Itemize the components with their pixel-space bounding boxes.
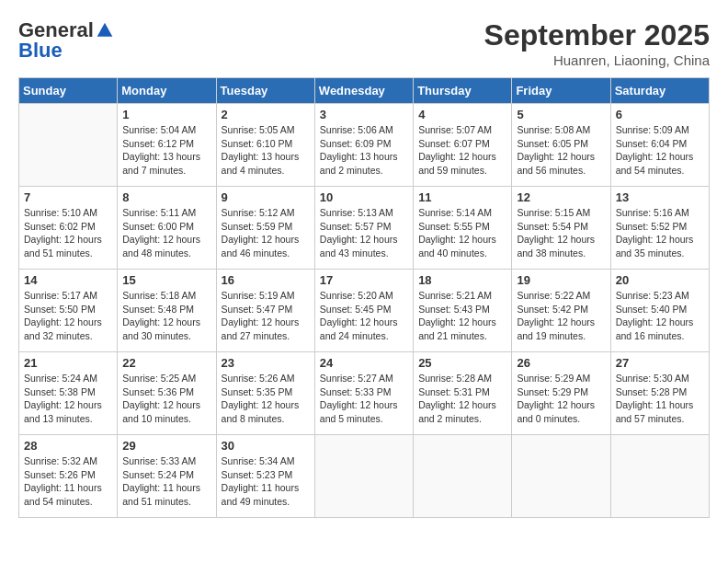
day-info: Sunrise: 5:11 AM Sunset: 6:00 PM Dayligh… — [122, 206, 210, 260]
weekday-header: Sunday — [19, 78, 118, 104]
calendar-body: 1Sunrise: 5:04 AM Sunset: 6:12 PM Daylig… — [19, 104, 710, 518]
calendar-cell: 3Sunrise: 5:06 AM Sunset: 6:09 PM Daylig… — [314, 104, 413, 187]
day-number: 3 — [320, 108, 408, 121]
weekday-header: Tuesday — [216, 78, 314, 104]
calendar-cell: 12Sunrise: 5:15 AM Sunset: 5:54 PM Dayli… — [512, 187, 610, 270]
day-info: Sunrise: 5:20 AM Sunset: 5:45 PM Dayligh… — [320, 289, 408, 343]
day-info: Sunrise: 5:07 AM Sunset: 6:07 PM Dayligh… — [418, 123, 506, 178]
day-info: Sunrise: 5:24 AM Sunset: 5:38 PM Dayligh… — [24, 372, 112, 426]
logo: General Blue — [18, 18, 114, 63]
day-info: Sunrise: 5:06 AM Sunset: 6:09 PM Dayligh… — [320, 123, 408, 178]
day-number: 1 — [122, 108, 210, 121]
logo-blue-text: Blue — [18, 39, 63, 63]
calendar-cell: 29Sunrise: 5:33 AM Sunset: 5:24 PM Dayli… — [118, 435, 216, 518]
day-info: Sunrise: 5:18 AM Sunset: 5:48 PM Dayligh… — [122, 289, 210, 343]
day-info: Sunrise: 5:27 AM Sunset: 5:33 PM Dayligh… — [320, 372, 408, 426]
day-number: 21 — [24, 356, 112, 370]
day-number: 13 — [616, 190, 704, 204]
day-number: 22 — [122, 356, 210, 370]
day-number: 12 — [517, 190, 605, 204]
day-info: Sunrise: 5:28 AM Sunset: 5:31 PM Dayligh… — [418, 372, 506, 426]
location: Huanren, Liaoning, China — [484, 52, 710, 68]
day-number: 26 — [517, 356, 605, 370]
day-number: 2 — [222, 108, 310, 121]
day-number: 30 — [222, 439, 310, 453]
calendar-header: SundayMondayTuesdayWednesdayThursdayFrid… — [19, 78, 710, 104]
title-block: September 2025 Huanren, Liaoning, China — [484, 18, 710, 68]
day-number: 15 — [122, 273, 210, 287]
day-number: 23 — [222, 356, 310, 370]
calendar-week-row: 7Sunrise: 5:10 AM Sunset: 6:02 PM Daylig… — [19, 187, 710, 270]
page-header: General Blue September 2025 Huanren, Lia… — [18, 18, 710, 68]
calendar-cell — [610, 435, 709, 518]
day-info: Sunrise: 5:23 AM Sunset: 5:40 PM Dayligh… — [616, 289, 704, 343]
day-number: 5 — [517, 108, 605, 121]
day-number: 9 — [222, 190, 310, 204]
day-number: 24 — [320, 356, 408, 370]
day-info: Sunrise: 5:14 AM Sunset: 5:55 PM Dayligh… — [418, 206, 506, 260]
month-title: September 2025 — [484, 18, 710, 52]
day-number: 25 — [418, 356, 506, 370]
svg-marker-0 — [97, 23, 113, 37]
day-number: 16 — [222, 273, 310, 287]
calendar-cell: 4Sunrise: 5:07 AM Sunset: 6:07 PM Daylig… — [414, 104, 512, 187]
calendar-cell: 16Sunrise: 5:19 AM Sunset: 5:47 PM Dayli… — [216, 270, 314, 352]
day-info: Sunrise: 5:30 AM Sunset: 5:28 PM Dayligh… — [616, 372, 704, 426]
calendar-cell: 27Sunrise: 5:30 AM Sunset: 5:28 PM Dayli… — [610, 352, 709, 435]
weekday-header: Thursday — [414, 78, 512, 104]
calendar-cell: 24Sunrise: 5:27 AM Sunset: 5:33 PM Dayli… — [314, 352, 413, 435]
calendar-cell: 28Sunrise: 5:32 AM Sunset: 5:26 PM Dayli… — [19, 435, 118, 518]
day-number: 27 — [616, 356, 704, 370]
calendar-cell: 20Sunrise: 5:23 AM Sunset: 5:40 PM Dayli… — [610, 270, 709, 352]
calendar-cell: 2Sunrise: 5:05 AM Sunset: 6:10 PM Daylig… — [216, 104, 314, 187]
calendar-cell: 13Sunrise: 5:16 AM Sunset: 5:52 PM Dayli… — [610, 187, 709, 270]
calendar-cell: 17Sunrise: 5:20 AM Sunset: 5:45 PM Dayli… — [314, 270, 413, 352]
day-number: 17 — [320, 273, 408, 287]
calendar-cell — [512, 435, 610, 518]
calendar-cell: 7Sunrise: 5:10 AM Sunset: 6:02 PM Daylig… — [19, 187, 118, 270]
calendar-cell: 26Sunrise: 5:29 AM Sunset: 5:29 PM Dayli… — [512, 352, 610, 435]
day-info: Sunrise: 5:15 AM Sunset: 5:54 PM Dayligh… — [517, 206, 605, 260]
day-info: Sunrise: 5:05 AM Sunset: 6:10 PM Dayligh… — [222, 123, 310, 178]
weekday-header: Friday — [512, 78, 610, 104]
day-number: 10 — [320, 190, 408, 204]
calendar-cell: 18Sunrise: 5:21 AM Sunset: 5:43 PM Dayli… — [414, 270, 512, 352]
day-number: 18 — [418, 273, 506, 287]
day-info: Sunrise: 5:16 AM Sunset: 5:52 PM Dayligh… — [616, 206, 704, 260]
day-info: Sunrise: 5:29 AM Sunset: 5:29 PM Dayligh… — [517, 372, 605, 426]
day-info: Sunrise: 5:25 AM Sunset: 5:36 PM Dayligh… — [122, 372, 210, 426]
day-info: Sunrise: 5:34 AM Sunset: 5:23 PM Dayligh… — [222, 454, 310, 509]
calendar-week-row: 28Sunrise: 5:32 AM Sunset: 5:26 PM Dayli… — [19, 435, 710, 518]
calendar-cell: 10Sunrise: 5:13 AM Sunset: 5:57 PM Dayli… — [314, 187, 413, 270]
calendar-cell: 9Sunrise: 5:12 AM Sunset: 5:59 PM Daylig… — [216, 187, 314, 270]
day-info: Sunrise: 5:22 AM Sunset: 5:42 PM Dayligh… — [517, 289, 605, 343]
calendar-cell: 25Sunrise: 5:28 AM Sunset: 5:31 PM Dayli… — [414, 352, 512, 435]
calendar-cell: 11Sunrise: 5:14 AM Sunset: 5:55 PM Dayli… — [414, 187, 512, 270]
calendar-cell: 8Sunrise: 5:11 AM Sunset: 6:00 PM Daylig… — [118, 187, 216, 270]
day-info: Sunrise: 5:04 AM Sunset: 6:12 PM Dayligh… — [122, 123, 210, 178]
calendar-cell: 19Sunrise: 5:22 AM Sunset: 5:42 PM Dayli… — [512, 270, 610, 352]
calendar-cell — [19, 104, 118, 187]
calendar-cell: 1Sunrise: 5:04 AM Sunset: 6:12 PM Daylig… — [118, 104, 216, 187]
calendar-week-row: 14Sunrise: 5:17 AM Sunset: 5:50 PM Dayli… — [19, 270, 710, 352]
calendar-cell: 6Sunrise: 5:09 AM Sunset: 6:04 PM Daylig… — [610, 104, 709, 187]
weekday-row: SundayMondayTuesdayWednesdayThursdayFrid… — [19, 78, 710, 104]
calendar-cell: 15Sunrise: 5:18 AM Sunset: 5:48 PM Dayli… — [118, 270, 216, 352]
day-number: 14 — [24, 273, 112, 287]
day-info: Sunrise: 5:17 AM Sunset: 5:50 PM Dayligh… — [24, 289, 112, 343]
calendar-cell — [414, 435, 512, 518]
day-number: 7 — [24, 190, 112, 204]
day-info: Sunrise: 5:26 AM Sunset: 5:35 PM Dayligh… — [222, 372, 310, 426]
calendar-week-row: 21Sunrise: 5:24 AM Sunset: 5:38 PM Dayli… — [19, 352, 710, 435]
day-info: Sunrise: 5:08 AM Sunset: 6:05 PM Dayligh… — [517, 123, 605, 178]
day-number: 19 — [517, 273, 605, 287]
day-number: 4 — [418, 108, 506, 121]
logo-icon — [96, 21, 114, 40]
day-info: Sunrise: 5:19 AM Sunset: 5:47 PM Dayligh… — [222, 289, 310, 343]
calendar-cell — [314, 435, 413, 518]
calendar-week-row: 1Sunrise: 5:04 AM Sunset: 6:12 PM Daylig… — [19, 104, 710, 187]
weekday-header: Saturday — [610, 78, 709, 104]
calendar-cell: 23Sunrise: 5:26 AM Sunset: 5:35 PM Dayli… — [216, 352, 314, 435]
calendar-table: SundayMondayTuesdayWednesdayThursdayFrid… — [18, 77, 710, 518]
weekday-header: Monday — [118, 78, 216, 104]
